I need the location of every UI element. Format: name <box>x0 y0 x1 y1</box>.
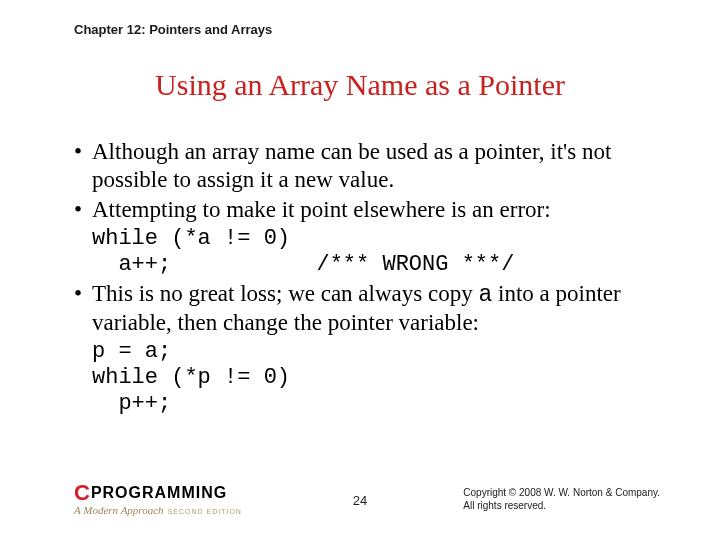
code-block-wrong: while (*a != 0) a++; /*** WRONG ***/ <box>92 226 660 278</box>
slide-body: Although an array name can be used as a … <box>74 138 660 419</box>
bullet-item: This is no great loss; we can always cop… <box>74 280 660 337</box>
copyright-line-2: All rights reserved. <box>463 500 660 513</box>
slide: Chapter 12: Pointers and Arrays Using an… <box>0 0 720 540</box>
bullet-text-pre: This is no great loss; we can always cop… <box>92 281 478 306</box>
logo-edition: SECOND EDITION <box>168 508 242 515</box>
copyright-line-1: Copyright © 2008 W. W. Norton & Company. <box>463 487 660 500</box>
copyright: Copyright © 2008 W. W. Norton & Company.… <box>463 487 660 512</box>
footer: CPROGRAMMING A Modern ApproachSECOND EDI… <box>0 472 720 522</box>
bullet-item: Although an array name can be used as a … <box>74 138 660 194</box>
chapter-label: Chapter 12: Pointers and Arrays <box>74 22 272 37</box>
bullet-item: Attempting to make it point elsewhere is… <box>74 196 660 224</box>
inline-code-a: a <box>478 282 492 308</box>
slide-title: Using an Array Name as a Pointer <box>0 68 720 102</box>
code-block-correct: p = a; while (*p != 0) p++; <box>92 339 660 417</box>
